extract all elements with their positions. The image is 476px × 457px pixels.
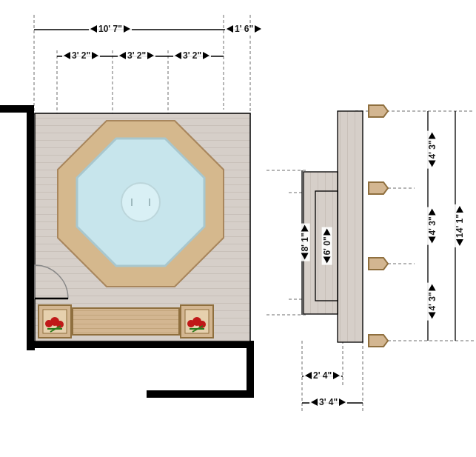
- planter-left: [38, 305, 71, 338]
- plan-canvas: [0, 0, 476, 457]
- dim-top-gap: 1' 6": [225, 24, 263, 34]
- dim-tub-seg-2: 3' 2": [118, 50, 155, 61]
- dim-tub-seg-3: 3' 2": [173, 50, 211, 61]
- dim-rail-total: 14' 1": [455, 204, 465, 247]
- svg-point-47: [187, 320, 195, 327]
- svg-marker-54: [369, 335, 388, 347]
- svg-point-36: [121, 183, 160, 221]
- dim-stair-w1: 2' 4": [304, 370, 341, 381]
- dim-rail-seg-1: 4' 3": [427, 130, 438, 168]
- dim-rail-seg-3: 4' 3": [427, 282, 438, 320]
- walkway: [338, 111, 363, 342]
- hot-tub: [58, 121, 224, 287]
- dim-stair-run1: 6' 0": [322, 227, 332, 264]
- dim-stair-w2: 3' 4": [309, 397, 347, 407]
- svg-marker-52: [369, 182, 388, 194]
- dim-tub-seg-1: 3' 2": [62, 50, 100, 61]
- rail-posts: [369, 105, 388, 347]
- svg-marker-51: [369, 105, 388, 117]
- svg-point-42: [45, 320, 53, 327]
- bench: [73, 308, 179, 335]
- svg-marker-53: [369, 258, 388, 270]
- dim-stair-run2: 8' 1": [300, 223, 310, 261]
- planter-right: [181, 305, 213, 338]
- dim-top-overall: 10' 7": [89, 24, 132, 34]
- dim-rail-seg-2: 4' 3": [427, 207, 438, 244]
